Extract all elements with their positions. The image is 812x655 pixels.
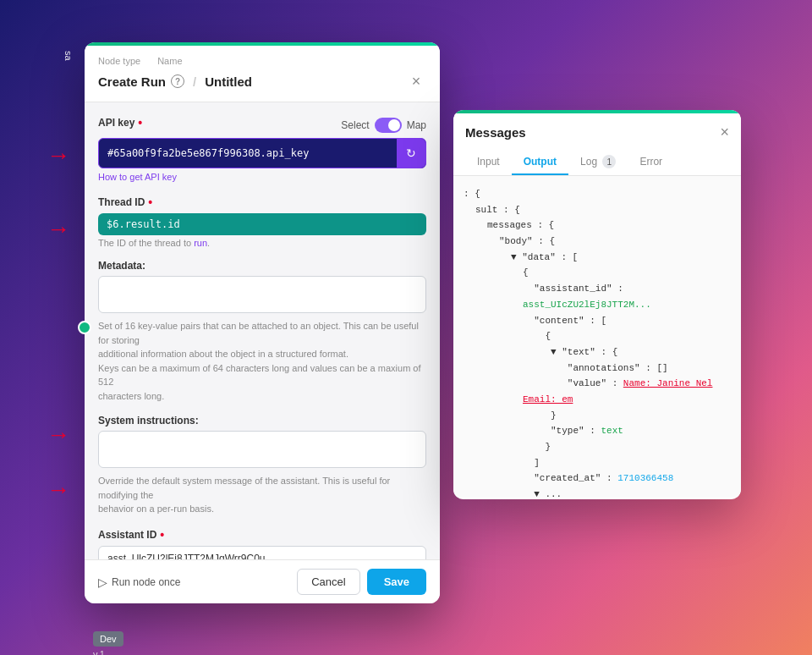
node-connector [78,321,91,334]
thread-id-hint: The ID of the thread to run. [98,238,426,248]
node-type-label: Node type [98,56,140,66]
dialog-untitled: Untitled [205,74,252,89]
thread-id-input[interactable] [98,213,426,235]
arrow-2: → [47,216,70,243]
metadata-label: Metadata: [98,260,426,272]
json-line: { [464,265,731,281]
assistant-id-required: • [160,528,164,542]
dialog-title-row: Create Run ? / Untitled × [98,71,426,102]
thread-id-label: Thread ID • [98,195,426,209]
json-line: "type" : text [464,423,731,439]
tab-log[interactable]: Log 1 [568,150,628,175]
json-line: "content" : [ [464,313,731,329]
arrow-4: → [47,476,70,504]
dialog-title-left: Create Run ? / Untitled [98,74,252,89]
json-line: } [464,439,731,455]
node-type-row: Node type Name [98,56,426,66]
separator: / [193,74,196,89]
map-label: Map [407,119,426,131]
messages-title-row: Messages × [465,124,729,141]
arrow-3: → [47,421,70,449]
messages-title: Messages [465,125,526,140]
assistant-id-input[interactable] [98,546,426,560]
api-key-wrapper: ↻ [98,138,426,168]
run-node-label: Run node once [112,576,180,588]
help-icon[interactable]: ? [171,74,184,88]
api-key-required: • [138,116,142,129]
dialog-footer: ▷ Run node once Cancel Save [85,559,440,603]
name-label: Name [157,56,182,66]
dialog-header: Node type Name Create Run ? / Untitled × [85,46,440,102]
thread-id-section: Thread ID • The ID of the thread to run. [98,195,426,248]
json-line: ] [464,455,731,471]
json-line: "annotations" : [] [464,361,731,377]
dialog-body: API key • Select Map ↻ How to get AP [85,102,440,559]
api-key-label: API key • [98,116,142,129]
messages-header: Messages × Input Output Log 1 Error [453,113,741,176]
messages-body: : { sult : { messages : { "body" : { ▼ "… [453,176,741,498]
dev-label: Dev [93,631,123,647]
dialog-close-button[interactable]: × [406,71,426,91]
footer-actions: Cancel Save [297,569,426,595]
api-key-help-link[interactable]: How to get API key [98,172,177,182]
assistant-id-section: Assistant ID • The ID of the assistant t… [98,528,426,560]
tab-output[interactable]: Output [512,150,568,175]
json-line: } [464,408,731,424]
messages-tabs: Input Output Log 1 Error [465,150,729,175]
system-instructions-input[interactable] [98,431,426,468]
json-line: "body" : { [464,234,731,250]
assistant-id-label: Assistant ID • [98,528,426,542]
sidebar-text: sa [63,51,74,61]
save-button[interactable]: Save [367,569,426,595]
json-line: ▼ "data" : [ [464,250,731,266]
json-line: "assistant_id" : asst_UIcZU2lEj8JTT2M... [464,281,731,312]
log-badge: 1 [602,155,616,168]
api-key-section: API key • Select Map ↻ How to get AP [98,116,426,184]
json-line: "value" : Name: Janine Nel Email: em [464,376,731,407]
system-instructions-label: System instructions: [98,415,426,427]
system-instructions-section: System instructions: Override the defaul… [98,415,426,516]
tab-input[interactable]: Input [465,150,512,175]
json-line: sult : { [464,202,731,218]
run-link[interactable]: run [194,238,207,248]
metadata-hint: Set of 16 key-value pairs that can be at… [98,319,426,403]
thread-id-required: • [148,195,152,209]
metadata-input[interactable] [98,276,426,313]
tab-error[interactable]: Error [628,150,674,175]
json-line: ▼ "text" : { [464,344,731,361]
api-key-select-map: Select Map [341,118,426,133]
json-line: "created_at" : 1710366458 [464,471,731,487]
dialog-title-text: Create Run [98,74,166,89]
run-node-button[interactable]: ▷ Run node once [98,575,180,589]
messages-close-button[interactable]: × [720,124,729,141]
api-key-label-row: API key • Select Map [98,116,426,134]
api-key-refresh-button[interactable]: ↻ [397,139,425,168]
json-line: { [464,328,731,344]
api-key-input[interactable] [99,140,397,166]
version-label: v.1 [93,649,105,655]
arrow-1: → [47,142,70,169]
api-key-toggle[interactable] [375,118,402,133]
json-line: ▼ ... [464,487,731,498]
cancel-button[interactable]: Cancel [297,569,359,595]
metadata-section: Metadata: Set of 16 key-value pairs that… [98,260,426,403]
run-node-icon: ▷ [98,575,107,589]
messages-panel: ⚙ 0.04ms Messages × Input Output Log 1 E… [453,110,741,499]
system-instructions-hint: Override the default system message of t… [98,474,426,516]
json-line: messages : { [464,217,731,234]
select-label: Select [341,119,369,131]
json-line: : { [464,186,731,202]
create-run-dialog: Node type Name Create Run ? / Untitled × [85,42,440,603]
